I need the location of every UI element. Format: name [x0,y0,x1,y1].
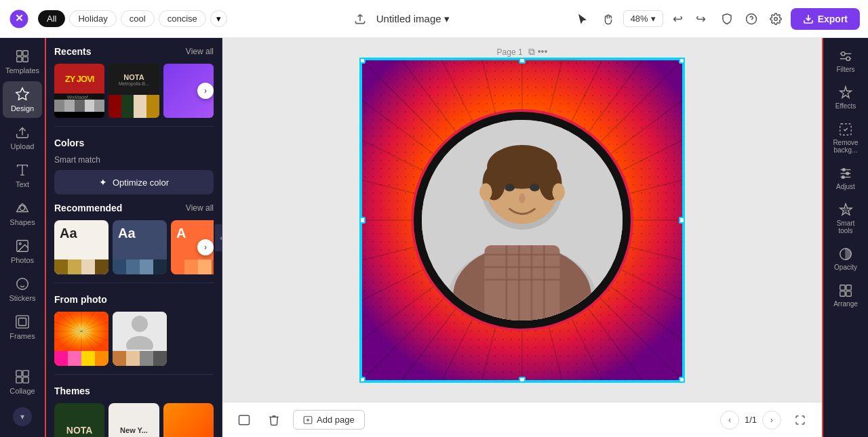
delete-icon[interactable] [263,409,285,431]
page-label: Page 1 ⧉ ••• [497,46,548,58]
svg-point-8 [20,205,24,210]
zoom-control[interactable]: 48% ▾ [623,10,663,27]
colors-header: Colors [54,138,214,148]
sidebar-design-label: Design [11,104,34,112]
page-navigation: ‹ 1/1 › [720,409,811,431]
canvas-bottom-bar: Add page ‹ 1/1 › [222,402,822,437]
redo-button[interactable]: ↪ [690,8,712,30]
page-more-icon[interactable]: ••• [538,46,548,58]
divider-2 [54,283,214,283]
font-card-light[interactable]: Aa [54,220,108,274]
svg-rect-7 [23,57,28,62]
right-opacity[interactable]: Opacity [826,241,865,276]
effects-label: Effects [835,102,856,110]
svg-point-88 [519,193,525,203]
page-prev-arrow[interactable]: ‹ [720,411,739,430]
svg-point-36 [126,336,153,350]
recommended-title: Recommended [54,203,122,213]
themes-section: Themes NOTA New Y... [46,377,222,437]
share-icon[interactable] [349,8,371,30]
page-next-arrow[interactable]: › [762,411,781,430]
tag-concise[interactable]: concise [159,10,206,27]
sidebar-frames-label: Frames [9,332,35,340]
right-remove-bg[interactable]: Remove backg... [826,117,865,159]
recents-next-arrow[interactable]: › [197,83,214,99]
sidebar-item-text[interactable]: Text [3,157,42,194]
topbar-tools: 48% ▾ ↩ ↪ Export [572,8,860,30]
right-smart-tools[interactable]: Smart tools [826,197,865,240]
help-icon[interactable] [741,8,762,30]
recommended-view-all[interactable]: View all [186,203,214,213]
photo-card-sunburst[interactable] [54,312,108,366]
photo-card-person[interactable] [113,312,167,366]
svg-point-89 [479,183,492,201]
canvas-image[interactable]: /* dots generated via CSS */ [359,58,685,383]
svg-rect-5 [23,51,28,56]
right-effects[interactable]: Effects [826,80,865,115]
svg-point-114 [846,172,849,175]
recent-card-nota[interactable]: NOTA Metropolis-B... [108,64,159,118]
svg-point-116 [844,208,848,212]
tag-all[interactable]: All [38,10,65,27]
opacity-label: Opacity [834,264,857,271]
tag-holiday[interactable]: Holiday [69,10,116,27]
svg-text:✕: ✕ [15,13,24,24]
font-cards-next-arrow[interactable]: › [197,239,214,255]
pointer-tool[interactable] [572,8,593,30]
undo-button[interactable]: ↩ [667,8,689,30]
recent-card-zy[interactable]: ZY JOVI WixMadef... [54,64,104,118]
svg-rect-16 [16,377,22,383]
svg-point-86 [505,184,515,191]
hand-tool[interactable] [597,8,619,30]
smart-tools-label: Smart tools [829,220,863,234]
sidebar-item-design[interactable]: Design [3,81,42,118]
svg-rect-13 [19,318,26,326]
canvas-wrapper: /* dots generated via CSS */ [359,58,685,383]
canva-logo[interactable]: ✕ [8,8,30,30]
sidebar-item-templates[interactable]: Templates [3,43,42,80]
theme-card-1[interactable]: NOTA [54,403,104,437]
sidebar-item-collage[interactable]: Collage [3,364,42,400]
svg-rect-12 [16,316,28,328]
document-title[interactable]: Untitled image ▾ [376,13,450,25]
sidebar-item-stickers[interactable]: Stickers [3,271,42,308]
sidebar-item-shapes[interactable]: Shapes [3,195,42,232]
sidebar-item-photos[interactable]: Photos [3,233,42,270]
panel-collapse-button[interactable]: ‹ [215,224,222,251]
arrange-label: Arrange [833,300,858,308]
tag-cool[interactable]: cool [121,10,155,27]
theme-card-3[interactable] [163,403,214,437]
page-thumbnail-icon[interactable] [233,409,255,431]
from-photo-section: From photo [46,286,222,371]
shield-icon[interactable] [716,8,738,30]
right-adjust[interactable]: Adjust [826,161,865,196]
add-page-button[interactable]: Add page [293,410,365,430]
svg-rect-17 [23,377,28,383]
page-label-icons: ⧉ ••• [528,46,548,58]
font-card-dark[interactable]: Aa [113,220,167,274]
sidebar-item-frames[interactable]: Frames [3,309,42,346]
settings-icon[interactable] [765,8,787,30]
right-filters[interactable]: Filters [826,43,865,79]
optimize-color-button[interactable]: ✦ Optimize color [54,170,214,194]
page-copy-icon[interactable]: ⧉ [528,46,535,58]
nota-subtitle-text: Metropolis-B... [119,81,149,86]
from-photo-title: From photo [54,294,107,305]
svg-point-3 [774,17,777,20]
recents-view-all[interactable]: View all [186,47,214,56]
theme-card-2[interactable]: New Y... [108,403,159,437]
export-button[interactable]: Export [791,8,860,30]
sidebar-nav: Templates Design Upload Text Shapes Phot… [0,38,46,437]
tag-more-button[interactable]: ▾ [210,10,227,27]
canvas-background: /* dots generated via CSS */ [361,59,684,381]
from-photo-grid [54,312,214,366]
page-counter: 1/1 [745,415,757,425]
sidebar-item-upload[interactable]: Upload [3,119,42,156]
right-arrange[interactable]: Arrange [826,278,865,313]
svg-point-35 [132,316,148,332]
sidebar-templates-label: Templates [5,66,39,75]
fullscreen-icon[interactable] [789,409,811,431]
zoom-chevron-icon: ▾ [651,14,656,24]
svg-point-10 [19,243,21,245]
sidebar-expand-button[interactable]: ▾ [0,402,45,432]
